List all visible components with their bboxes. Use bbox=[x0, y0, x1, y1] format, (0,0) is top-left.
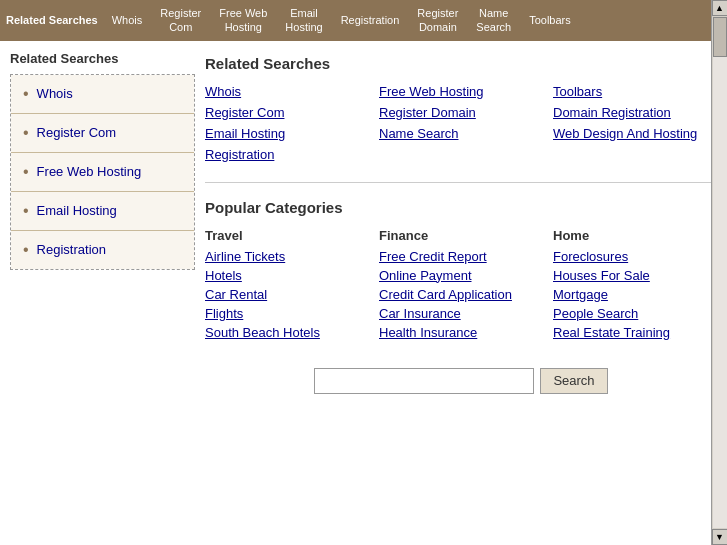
search-button[interactable]: Search bbox=[540, 368, 607, 394]
cat-link-real-estate-training[interactable]: Real Estate Training bbox=[553, 325, 717, 340]
popular-categories-title: Popular Categories bbox=[205, 199, 717, 216]
nav-link-email-hosting[interactable]: EmailHosting bbox=[277, 4, 330, 37]
nav-link-register-domain[interactable]: RegisterDomain bbox=[409, 4, 466, 37]
scroll-up-button[interactable]: ▲ bbox=[712, 0, 728, 16]
search-input[interactable] bbox=[314, 368, 534, 394]
cat-link-airline-tickets[interactable]: Airline Tickets bbox=[205, 249, 369, 264]
nav-link-whois[interactable]: Whois bbox=[104, 11, 151, 29]
content-area: Related Searches Whois Free Web Hosting … bbox=[205, 51, 717, 410]
bullet-icon: • bbox=[23, 85, 29, 103]
scrollbar: ▲ ▼ bbox=[711, 0, 727, 545]
main-container: Related Searches • Whois • Register Com … bbox=[0, 41, 727, 420]
sidebar-item-free-web-hosting[interactable]: • Free Web Hosting bbox=[11, 153, 194, 192]
rs-link-registration[interactable]: Registration bbox=[205, 147, 369, 162]
rs-link-toolbars[interactable]: Toolbars bbox=[553, 84, 717, 99]
travel-header: Travel bbox=[205, 228, 369, 243]
sidebar-item-register-com[interactable]: • Register Com bbox=[11, 114, 194, 153]
scroll-down-button[interactable]: ▼ bbox=[712, 529, 728, 545]
sidebar-item-email-hosting[interactable]: • Email Hosting bbox=[11, 192, 194, 231]
section-divider bbox=[205, 182, 717, 183]
rs-link-whois[interactable]: Whois bbox=[205, 84, 369, 99]
scroll-track bbox=[713, 17, 727, 528]
rs-link-name-search[interactable]: Name Search bbox=[379, 126, 543, 141]
rs-link-register-com[interactable]: Register Com bbox=[205, 105, 369, 120]
search-bar: Search bbox=[205, 368, 717, 410]
nav-link-toolbars[interactable]: Toolbars bbox=[521, 11, 579, 29]
rs-link-domain-registration[interactable]: Domain Registration bbox=[553, 105, 717, 120]
cat-link-hotels[interactable]: Hotels bbox=[205, 268, 369, 283]
cat-link-houses-for-sale[interactable]: Houses For Sale bbox=[553, 268, 717, 283]
rs-link-email-hosting[interactable]: Email Hosting bbox=[205, 126, 369, 141]
cat-link-foreclosures[interactable]: Foreclosures bbox=[553, 249, 717, 264]
bullet-icon: • bbox=[23, 241, 29, 259]
nav-link-register-com[interactable]: RegisterCom bbox=[152, 4, 209, 37]
sidebar-list: • Whois • Register Com • Free Web Hostin… bbox=[10, 74, 195, 270]
sidebar-title: Related Searches bbox=[10, 51, 195, 66]
rs-link-free-web-hosting[interactable]: Free Web Hosting bbox=[379, 84, 543, 99]
cat-link-online-payment[interactable]: Online Payment bbox=[379, 268, 543, 283]
travel-column: Travel Airline Tickets Hotels Car Rental… bbox=[205, 228, 369, 344]
bullet-icon: • bbox=[23, 124, 29, 142]
nav-link-name-search[interactable]: NameSearch bbox=[468, 4, 519, 37]
categories-grid: Travel Airline Tickets Hotels Car Rental… bbox=[205, 228, 717, 344]
top-navigation: Related Searches Whois RegisterCom Free … bbox=[0, 0, 727, 41]
cat-link-health-insurance[interactable]: Health Insurance bbox=[379, 325, 543, 340]
sidebar-link-email-hosting[interactable]: Email Hosting bbox=[37, 203, 117, 218]
sidebar: Related Searches • Whois • Register Com … bbox=[10, 51, 195, 410]
home-column: Home Foreclosures Houses For Sale Mortga… bbox=[553, 228, 717, 344]
nav-link-free-web-hosting[interactable]: Free WebHosting bbox=[211, 4, 275, 37]
related-searches-section: Related Searches Whois Free Web Hosting … bbox=[205, 55, 717, 162]
home-header: Home bbox=[553, 228, 717, 243]
bullet-icon: • bbox=[23, 202, 29, 220]
cat-link-car-insurance[interactable]: Car Insurance bbox=[379, 306, 543, 321]
popular-categories-section: Popular Categories Travel Airline Ticket… bbox=[205, 199, 717, 344]
sidebar-item-whois[interactable]: • Whois bbox=[11, 75, 194, 114]
related-searches-grid: Whois Free Web Hosting Toolbars Register… bbox=[205, 84, 717, 162]
sidebar-link-registration[interactable]: Registration bbox=[37, 242, 106, 257]
cat-link-free-credit-report[interactable]: Free Credit Report bbox=[379, 249, 543, 264]
nav-related-searches-label: Related Searches bbox=[6, 14, 98, 26]
sidebar-link-whois[interactable]: Whois bbox=[37, 86, 73, 101]
cat-link-credit-card-application[interactable]: Credit Card Application bbox=[379, 287, 543, 302]
rs-link-register-domain[interactable]: Register Domain bbox=[379, 105, 543, 120]
sidebar-link-register-com[interactable]: Register Com bbox=[37, 125, 116, 140]
sidebar-item-registration[interactable]: • Registration bbox=[11, 231, 194, 269]
cat-link-south-beach-hotels[interactable]: South Beach Hotels bbox=[205, 325, 369, 340]
nav-link-registration[interactable]: Registration bbox=[333, 11, 408, 29]
finance-column: Finance Free Credit Report Online Paymen… bbox=[379, 228, 543, 344]
related-searches-title: Related Searches bbox=[205, 55, 717, 72]
cat-link-mortgage[interactable]: Mortgage bbox=[553, 287, 717, 302]
cat-link-car-rental[interactable]: Car Rental bbox=[205, 287, 369, 302]
cat-link-people-search[interactable]: People Search bbox=[553, 306, 717, 321]
bullet-icon: • bbox=[23, 163, 29, 181]
sidebar-link-free-web-hosting[interactable]: Free Web Hosting bbox=[37, 164, 142, 179]
cat-link-flights[interactable]: Flights bbox=[205, 306, 369, 321]
finance-header: Finance bbox=[379, 228, 543, 243]
rs-link-web-design[interactable]: Web Design And Hosting bbox=[553, 126, 717, 141]
scroll-thumb[interactable] bbox=[713, 17, 727, 57]
